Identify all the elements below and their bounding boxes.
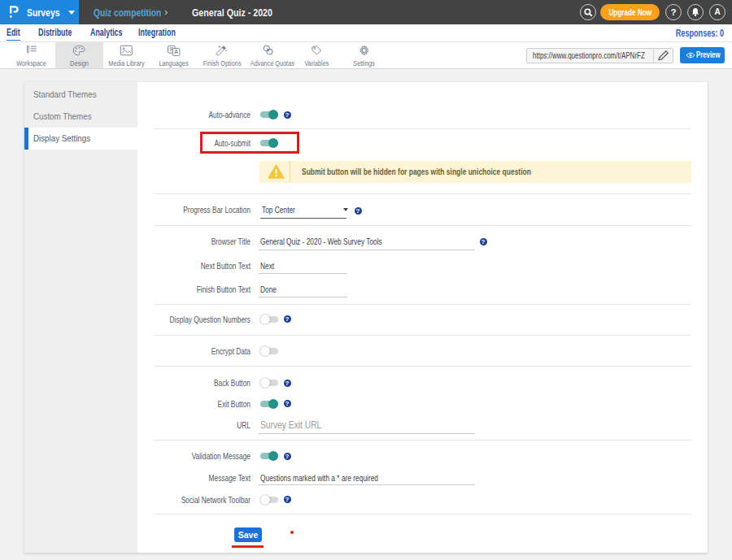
svg-text:A: A	[175, 49, 179, 54]
